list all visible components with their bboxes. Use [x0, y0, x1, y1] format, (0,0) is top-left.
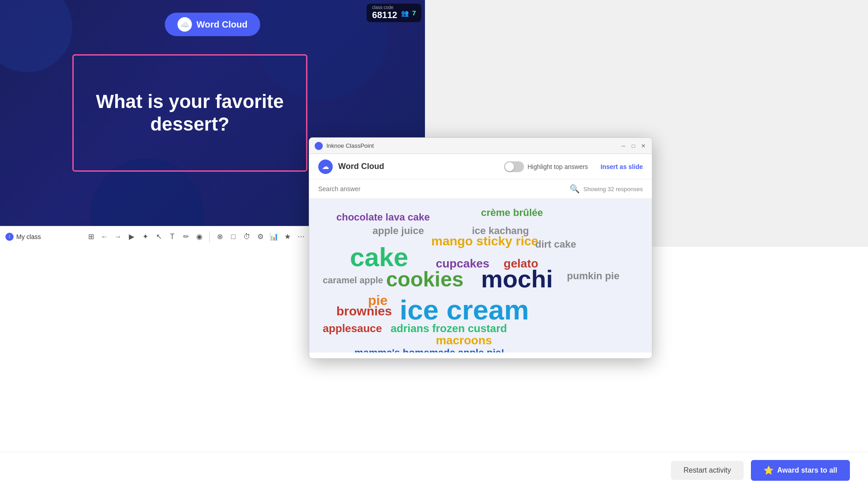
- toolbar-divider: [209, 231, 210, 242]
- chart-icon[interactable]: 📊: [269, 231, 279, 242]
- grid-icon[interactable]: ⊞: [85, 231, 96, 242]
- laser-icon[interactable]: ✦: [140, 231, 151, 242]
- award-stars-button[interactable]: ⭐ Award stars to all: [751, 460, 850, 481]
- star-icon: ⭐: [764, 465, 774, 475]
- class-dot: i: [5, 233, 14, 241]
- cp-wc-icon: ☁: [318, 160, 333, 174]
- cloud-word: dirt cake: [535, 239, 576, 249]
- cloud-word: macroons: [436, 334, 492, 346]
- classpoint-window: Inknoe ClassPoint ─ □ ✕ ☁ Word Cloud Hig…: [309, 137, 652, 359]
- highlight-label: Highlight top answers: [528, 163, 588, 170]
- cp-word-cloud: chocolate lava cakecrème brûléeapple jui…: [309, 199, 652, 352]
- cp-logo: [315, 142, 323, 150]
- more-icon[interactable]: ⋯: [296, 231, 307, 242]
- highlight-icon[interactable]: ◉: [194, 231, 205, 242]
- back-icon[interactable]: ←: [99, 231, 110, 242]
- text-icon[interactable]: T: [167, 231, 178, 242]
- close-button[interactable]: ✕: [640, 143, 646, 149]
- my-class-label: i My class: [5, 233, 41, 241]
- eraser-icon[interactable]: ⊗: [214, 231, 225, 242]
- student-count: 7: [412, 9, 416, 17]
- cp-search: 🔍 Showing 32 responses: [309, 179, 652, 199]
- cloud-word: ice cream: [400, 296, 529, 324]
- insert-slide-button[interactable]: Insert as slide: [601, 163, 643, 170]
- pen-icon[interactable]: ✏: [180, 231, 191, 242]
- cloud-word: cake: [350, 244, 408, 270]
- cloud-word: chocolate lava cake: [336, 212, 430, 222]
- my-class-text: My class: [16, 233, 41, 240]
- restart-activity-button[interactable]: Restart activity: [671, 461, 744, 480]
- award-label: Award stars to all: [777, 466, 837, 474]
- cp-wc-label: Word Cloud: [338, 162, 384, 171]
- search-icon[interactable]: 🔍: [570, 184, 580, 194]
- restore-button[interactable]: □: [630, 143, 637, 149]
- search-input[interactable]: [318, 185, 566, 192]
- shape-icon[interactable]: □: [228, 231, 239, 242]
- bg-decoration: [0, 0, 72, 72]
- forward-icon[interactable]: →: [113, 231, 123, 242]
- toolbar-area: i My class ⊞ ← → ▶ ✦ ↖ T ✏ ◉ ⊗ □ ⏱ ⚙ 📊 ★…: [0, 226, 312, 247]
- cloud-word: mamma's homemade apple pie!: [354, 348, 505, 352]
- class-code-bar: class code 68112 👥 7: [367, 4, 421, 22]
- activity-icon[interactable]: ★: [282, 231, 293, 242]
- cp-titlebar: Inknoe ClassPoint ─ □ ✕: [309, 138, 652, 154]
- cloud-word: mochi: [481, 267, 553, 291]
- cp-title-text: Inknoe ClassPoint: [326, 142, 374, 149]
- response-count: Showing 32 responses: [583, 186, 643, 192]
- student-icon: 👥: [401, 9, 409, 17]
- cloud-word: apple juice: [373, 226, 424, 236]
- cloud-word: caramel apple: [323, 276, 383, 285]
- badge-label: Word Cloud: [197, 19, 248, 30]
- action-bar: Restart activity ⭐ Award stars to all: [0, 452, 868, 488]
- cp-window-controls: ─ □ ✕: [620, 143, 646, 149]
- question-text: What is your favorite dessert?: [83, 90, 297, 136]
- cursor-icon[interactable]: ↖: [153, 231, 164, 242]
- minimize-button[interactable]: ─: [620, 143, 627, 149]
- cp-header: ☁ Word Cloud Highlight top answers Inser…: [309, 154, 652, 179]
- code-value: 68112: [372, 10, 397, 20]
- timer-icon[interactable]: ⏱: [241, 231, 252, 242]
- highlight-toggle: Highlight top answers: [504, 161, 588, 172]
- question-card: What is your favorite dessert?: [72, 54, 307, 172]
- cloud-word: pumkin pie: [567, 271, 619, 281]
- cloud-word: adrians frozen custard: [391, 323, 507, 334]
- word-cloud-badge: ☁️ Word Cloud: [165, 13, 260, 36]
- badge-icon: ☁️: [178, 17, 192, 32]
- cloud-word: cookies: [386, 269, 463, 290]
- cloud-word: brownies: [336, 305, 392, 318]
- wheel-icon[interactable]: ⚙: [255, 231, 266, 242]
- toggle-knob: [505, 162, 514, 171]
- code-label: class code: [372, 5, 397, 10]
- cloud-word: applesauce: [323, 323, 382, 334]
- play-icon[interactable]: ▶: [126, 231, 137, 242]
- cloud-word: mango sticky rice: [431, 235, 538, 248]
- highlight-toggle-switch[interactable]: [504, 161, 524, 172]
- cloud-word: crème brûlée: [481, 208, 543, 218]
